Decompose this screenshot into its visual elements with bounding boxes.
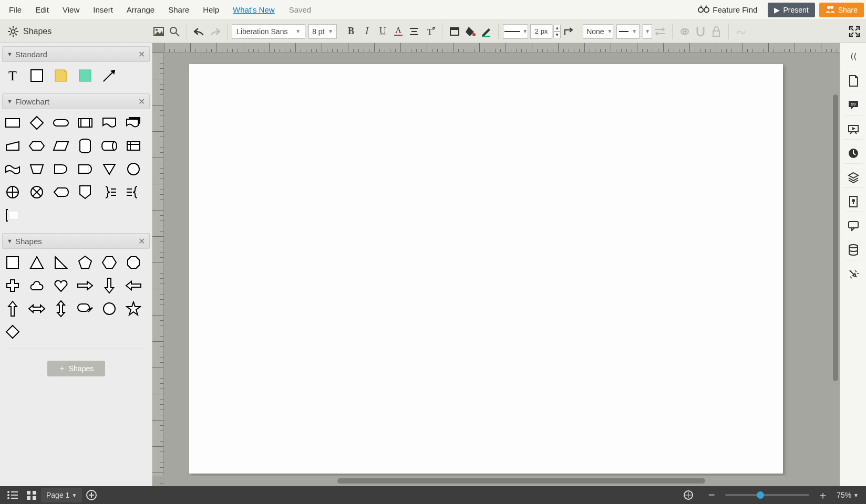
menu-insert[interactable]: Insert bbox=[86, 0, 120, 19]
shape-arrow-lr[interactable] bbox=[27, 299, 46, 318]
menu-help[interactable]: Help bbox=[196, 0, 226, 19]
shape-arrow-right[interactable] bbox=[76, 276, 95, 295]
search-icon[interactable] bbox=[167, 24, 182, 39]
line-style-select[interactable]: ▼ bbox=[503, 24, 528, 39]
close-icon[interactable]: ✕ bbox=[138, 236, 145, 246]
shape-text[interactable]: T bbox=[3, 66, 22, 85]
flow-multidocument[interactable] bbox=[124, 113, 143, 132]
underline-icon[interactable]: U bbox=[375, 24, 390, 39]
shape-square[interactable] bbox=[3, 253, 22, 272]
font-family-select[interactable]: Liberation Sans ▼ bbox=[232, 24, 305, 39]
close-icon[interactable]: ✕ bbox=[138, 97, 145, 107]
shape-arrow-up[interactable] bbox=[3, 299, 22, 318]
shape-star[interactable] bbox=[124, 299, 143, 318]
bold-icon[interactable]: B bbox=[343, 24, 359, 39]
history-panel-icon[interactable] bbox=[844, 143, 863, 164]
actions-panel-icon[interactable] bbox=[844, 264, 863, 285]
shape-arrow-down[interactable] bbox=[100, 276, 119, 295]
line-width-input[interactable]: 2 px bbox=[530, 24, 552, 39]
shape-callout[interactable] bbox=[76, 299, 95, 318]
outline-view-icon[interactable] bbox=[3, 488, 22, 502]
italic-icon[interactable]: I bbox=[359, 24, 375, 39]
flow-delay[interactable] bbox=[51, 160, 70, 178]
fullscreen-icon[interactable] bbox=[845, 22, 864, 41]
zoom-out-icon[interactable]: − bbox=[702, 488, 721, 502]
shape-pentagon[interactable] bbox=[76, 253, 95, 272]
flow-manual-operation[interactable] bbox=[27, 160, 46, 178]
flow-summing[interactable] bbox=[27, 183, 46, 202]
swap-arrows-icon[interactable] bbox=[652, 24, 668, 39]
shape-arrow-ud[interactable] bbox=[51, 299, 70, 318]
menu-edit[interactable]: Edit bbox=[28, 0, 56, 19]
horizontal-scrollbar[interactable] bbox=[164, 476, 840, 486]
share-button[interactable]: Share bbox=[819, 3, 864, 17]
flow-internal-storage[interactable] bbox=[124, 136, 143, 155]
zoom-fit-icon[interactable] bbox=[679, 488, 698, 502]
flow-decision[interactable] bbox=[27, 113, 46, 132]
flow-predefined[interactable] bbox=[76, 113, 95, 132]
canvas-area[interactable] bbox=[152, 43, 840, 486]
text-color-icon[interactable]: A bbox=[390, 24, 406, 39]
shape-diamond[interactable] bbox=[3, 322, 22, 341]
fill-color-icon[interactable] bbox=[462, 24, 478, 39]
add-shapes-button[interactable]: ＋ Shapes bbox=[47, 361, 105, 376]
arrow-end-select[interactable]: ▼ bbox=[616, 24, 640, 39]
text-style-icon[interactable]: T bbox=[422, 24, 438, 39]
shape-circle[interactable] bbox=[100, 299, 119, 318]
page-tab[interactable]: Page 1 ▼ bbox=[41, 488, 82, 502]
vertical-scrollbar[interactable] bbox=[831, 52, 840, 476]
lock-icon[interactable] bbox=[708, 24, 724, 39]
flow-terminator[interactable] bbox=[51, 113, 70, 132]
comments-panel-icon[interactable]: 99 bbox=[844, 94, 863, 116]
shape-note[interactable] bbox=[51, 66, 70, 85]
shape-triangle[interactable] bbox=[27, 253, 46, 272]
shape-cross[interactable] bbox=[3, 276, 22, 295]
collapse-right-icon[interactable]: ⟨⟨ bbox=[844, 46, 863, 67]
flow-merge[interactable] bbox=[100, 160, 119, 178]
shape-right-triangle[interactable] bbox=[51, 253, 70, 272]
scrollbar-thumb[interactable] bbox=[833, 94, 838, 381]
feature-find-button[interactable]: Feature Find bbox=[692, 5, 764, 15]
flow-paper-tape[interactable] bbox=[3, 160, 22, 178]
magnet-icon[interactable] bbox=[693, 24, 708, 39]
present-panel-icon[interactable] bbox=[844, 119, 863, 140]
flow-brace-close[interactable] bbox=[100, 183, 119, 202]
data-panel-icon[interactable] bbox=[844, 239, 863, 260]
flow-manual-input[interactable] bbox=[3, 136, 22, 155]
zoom-in-icon[interactable]: ＋ bbox=[813, 488, 832, 502]
shape-octagon[interactable] bbox=[124, 253, 143, 272]
shape-cloud[interactable] bbox=[27, 276, 46, 295]
image-icon[interactable] bbox=[151, 24, 167, 39]
flow-database[interactable] bbox=[76, 136, 95, 155]
flow-brace-open[interactable] bbox=[124, 183, 143, 202]
section-shapes-header[interactable]: ▼ Shapes ✕ bbox=[2, 233, 150, 249]
flow-stored-data[interactable] bbox=[76, 160, 95, 178]
canvas-page[interactable] bbox=[189, 64, 783, 474]
menu-arrange[interactable]: Arrange bbox=[120, 0, 161, 19]
data-icon[interactable] bbox=[733, 24, 749, 39]
close-icon[interactable]: ✕ bbox=[138, 49, 145, 59]
line-width-spinner-down[interactable]: ▼ bbox=[553, 32, 561, 38]
add-page-icon[interactable] bbox=[82, 488, 101, 502]
page-panel-icon[interactable] bbox=[844, 70, 863, 91]
flow-offpage[interactable] bbox=[76, 183, 95, 202]
text-align-icon[interactable] bbox=[406, 24, 422, 39]
shape-hexagon[interactable] bbox=[100, 253, 119, 272]
flow-process[interactable] bbox=[3, 113, 22, 132]
menu-view[interactable]: View bbox=[56, 0, 86, 19]
feedback-panel-icon[interactable] bbox=[844, 215, 863, 236]
shape-arrow-line[interactable] bbox=[100, 66, 119, 85]
thumbnail-view-icon[interactable] bbox=[22, 488, 41, 502]
section-standard-header[interactable]: ▼ Standard ✕ bbox=[2, 46, 150, 62]
arrow-start-select[interactable]: None ▼ bbox=[583, 24, 613, 39]
undo-icon[interactable] bbox=[191, 24, 207, 39]
flow-document[interactable] bbox=[100, 113, 119, 132]
present-button[interactable]: ▶ Present bbox=[768, 3, 815, 17]
redo-icon[interactable] bbox=[207, 24, 223, 39]
font-size-select[interactable]: 8 pt ▼ bbox=[308, 24, 337, 39]
menu-whats-new[interactable]: What's New bbox=[226, 0, 282, 19]
shape-arrow-left[interactable] bbox=[124, 276, 143, 295]
flow-direct-data[interactable] bbox=[100, 136, 119, 155]
flow-display[interactable] bbox=[51, 183, 70, 202]
shape-fill-icon[interactable] bbox=[447, 24, 462, 39]
